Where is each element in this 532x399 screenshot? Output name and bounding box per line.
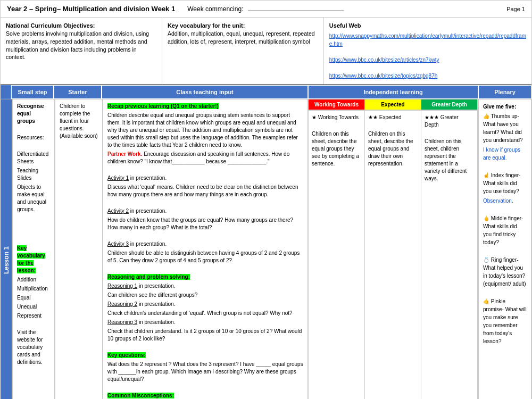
key-questions-text: Wat does the 2 represent ? What does the…: [107, 361, 303, 383]
key-vocab-cell: Key vocabulary for the unit: Addition, m…: [162, 18, 324, 84]
greater-depth-header: Greater Depth: [421, 99, 478, 110]
useful-web-title: Useful Web: [329, 22, 526, 30]
activity1-desc: Discuss what 'equal' means. Children nee…: [107, 184, 303, 198]
plenary-obs: Observation.: [483, 198, 513, 204]
misconceptions-label: Common Misconceptions:: [107, 393, 174, 398]
lesson-label: Lesson 1: [1, 99, 12, 399]
activity3-label: Activity 3: [107, 241, 129, 247]
activity2-desc: How do children know that the groups are…: [107, 217, 303, 231]
working-towards-header: Working Towards: [309, 99, 365, 110]
key-vocab-title: Key vocabulary for the unit:: [168, 22, 245, 29]
col-header-teaching: Class teaching input: [102, 85, 308, 99]
web-link-1[interactable]: http://www.snappymaths.com/multiplicatio…: [329, 32, 526, 40]
week-commencing-label: Week commencing:: [187, 5, 344, 13]
expected-cell: ★★ Expected Children on this sheet, desc…: [365, 111, 421, 399]
header-title-group: Year 2 – Spring– Multiplication and divi…: [7, 5, 344, 13]
working-towards-cell: ★ Working Towards Children on this sheet…: [309, 111, 365, 399]
reasoning3-text: in presentation.: [137, 319, 175, 325]
partner-work-label: Partner Work.: [107, 151, 142, 157]
col-headers-row: Small step Starter Class teaching input …: [1, 85, 531, 99]
web-link-2[interactable]: https://www.bbc.co.uk/bitesize/articles/…: [329, 56, 526, 64]
col-header-blank: [1, 85, 11, 99]
starter-text: Children to complete the fluent in four …: [60, 103, 98, 140]
greater-cell: ★★★ Greater Depth Children on this sheet…: [421, 111, 478, 399]
top-section: National Curriculum Objectives: Solve pr…: [1, 18, 531, 85]
reasoning1-label: Reasoning 1: [107, 283, 137, 289]
curriculum-title: National Curriculum Objectives:: [6, 22, 95, 29]
activity3-text: in presentation.: [129, 241, 167, 247]
resources-label: Resources:: [17, 134, 50, 142]
ind-sub-headers: Working Towards Expected Greater Depth: [309, 99, 478, 111]
plenary-index: ☝ Index finger- What skills did you use …: [483, 171, 527, 195]
ind-sub-content: ★ Working Towards Children on this sheet…: [309, 111, 478, 399]
reasoning2-desc: Check children's understanding of 'equal…: [107, 310, 303, 317]
diff-sheets: Differentiated Sheets: [17, 151, 50, 165]
activity3-desc: Children should be able to distinguish b…: [107, 250, 303, 264]
starter-cell: Children to complete the fluent in four …: [55, 99, 103, 399]
activity1-text: in presentation.: [129, 175, 167, 181]
teaching-slides: Teaching Slides: [17, 167, 50, 182]
reasoning1-desc: Can children see the different groups?: [107, 292, 303, 299]
web-link-1b[interactable]: e.htm: [329, 40, 526, 48]
page-number: Page 1: [506, 6, 525, 12]
visit-website: Visit the website for vocabulary cards a…: [17, 329, 50, 366]
recap-highlight: Recap previous learning (Q1 on the start…: [107, 103, 219, 109]
greater-desc: Children on this sheet, children represe…: [425, 138, 474, 182]
working-desc: Children on this sheet, describe the equ…: [312, 130, 361, 168]
teaching-cell: Recap previous learning (Q1 on the start…: [103, 99, 308, 399]
plenary-thumbs: 👍 Thumbs up- What have you learnt? What …: [483, 112, 527, 144]
page: Year 2 – Spring– Multiplication and divi…: [0, 0, 532, 399]
key-questions-label: Key questions:: [107, 352, 146, 358]
small-step-title: Recognise equal groups: [17, 103, 44, 124]
vocab-4: Unequal: [17, 303, 50, 311]
reasoning3-label: Reasoning 3: [107, 319, 137, 325]
col-header-ind-learning: Independent learning: [308, 85, 478, 99]
activity2-label: Activity 2: [107, 208, 129, 214]
page-header: Year 2 – Spring– Multiplication and divi…: [1, 1, 531, 18]
col-header-plenary: Plenary: [478, 85, 531, 99]
plenary-pinkie: 🤙 Pinkie promise- What will you make sur…: [483, 297, 527, 345]
page-title: Year 2 – Spring– Multiplication and divi…: [7, 5, 175, 13]
col-header-small-step: Small step: [11, 85, 54, 99]
vocab-5: Represent: [17, 312, 50, 320]
week-line: [248, 11, 344, 11]
plenary-middle: 🖕 Middle finger- What skills did you fin…: [483, 214, 527, 246]
activity1-label: Activity 1: [107, 175, 129, 181]
vocab-1: Addition: [17, 276, 50, 284]
curriculum-text: Solve problems involving multiplication …: [6, 30, 149, 60]
plenary-cell: Give me five: 👍 Thumbs up- What have you…: [478, 99, 531, 399]
activity2-text: in presentation.: [129, 208, 167, 214]
reasoning3-desc: Check that children understand. Is it 2 …: [107, 328, 303, 343]
objects: Objects to make equal and unequal groups…: [17, 184, 50, 213]
small-step-cell: Recognise equal groups Resources: Differ…: [12, 99, 55, 399]
working-title: Working Towards: [318, 114, 359, 120]
useful-web-cell: Useful Web http://www.snappymaths.com/mu…: [324, 18, 531, 84]
content-grid: Recognise equal groups Resources: Differ…: [12, 99, 531, 399]
reasoning-label: Reasoning and problem solving:: [107, 274, 190, 280]
expected-desc: Children on this sheet, describe the equ…: [368, 130, 418, 168]
reasoning2-label: Reasoning 2: [107, 301, 137, 307]
col-header-starter: Starter: [54, 85, 102, 99]
vocab-2: Multiplication: [17, 285, 50, 293]
key-vocab-text: Addition, multiplication, equal, unequal…: [168, 30, 315, 45]
plenary-groups-highlight: I know if groups are equal.: [483, 147, 520, 161]
vocab-3: Equal: [17, 294, 50, 302]
ind-learning-section: Working Towards Expected Greater Depth ★…: [308, 99, 478, 399]
expected-header: Expected: [365, 99, 421, 110]
key-vocab-highlight: Key vocabulary for the lesson:: [17, 245, 45, 273]
web-link-3[interactable]: https://www.bbc.co.uk/bitesize/topics/zq…: [329, 72, 526, 80]
reasoning1-text: in presentation.: [137, 283, 175, 289]
teaching-p1: Children describe equal and unequal grou…: [107, 112, 303, 149]
expected-title: Expected: [379, 114, 402, 120]
plenary-title: Give me five:: [483, 104, 516, 110]
reasoning2-text: in presentation.: [137, 301, 175, 307]
curriculum-objectives-cell: National Curriculum Objectives: Solve pr…: [1, 18, 162, 84]
main-content-row: Lesson 1 Recognise equal groups Resource…: [1, 99, 531, 399]
plenary-ring: 💍 Ring finger- What helped you in today'…: [483, 256, 527, 288]
